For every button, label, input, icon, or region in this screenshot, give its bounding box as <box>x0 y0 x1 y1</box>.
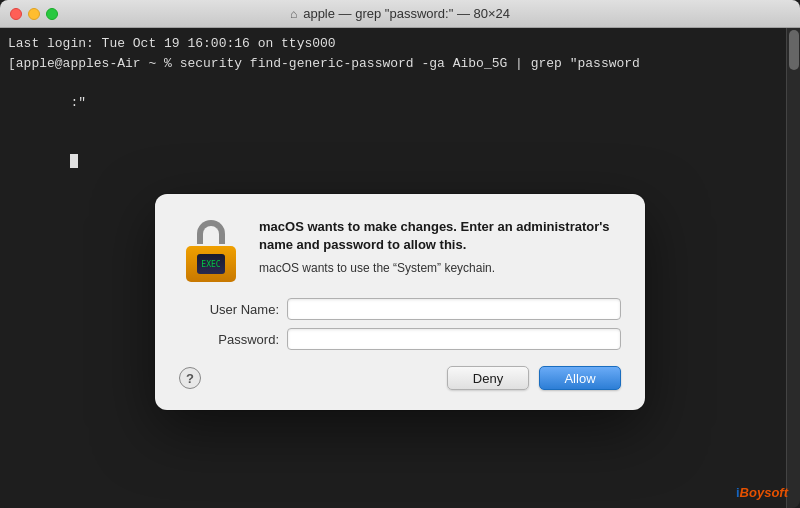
password-input[interactable] <box>287 328 621 350</box>
minimize-button[interactable] <box>28 8 40 20</box>
dialog-overlay: EXEC macOS wants to make changes. Enter … <box>0 28 800 508</box>
allow-button[interactable]: Allow <box>539 366 621 390</box>
username-row: User Name: <box>179 298 621 320</box>
window-title: ⌂ apple — grep "password:" — 80×24 <box>290 6 510 21</box>
dialog-text: macOS wants to make changes. Enter an ad… <box>259 218 621 277</box>
app-window: ⌂ apple — grep "password:" — 80×24 Last … <box>0 0 800 508</box>
lock-shackle <box>197 220 225 244</box>
password-label: Password: <box>179 332 279 347</box>
dialog-header: EXEC macOS wants to make changes. Enter … <box>179 218 621 282</box>
lock-body: EXEC <box>186 246 236 282</box>
lock-icon: EXEC <box>179 218 243 282</box>
maximize-button[interactable] <box>46 8 58 20</box>
home-icon: ⌂ <box>290 7 297 21</box>
help-button[interactable]: ? <box>179 367 201 389</box>
traffic-lights <box>10 8 58 20</box>
terminal-area: Last login: Tue Oct 19 16:00:16 on ttys0… <box>0 28 800 508</box>
lock-screen: EXEC <box>197 254 225 274</box>
username-input[interactable] <box>287 298 621 320</box>
auth-form: User Name: Password: <box>179 298 621 350</box>
password-row: Password: <box>179 328 621 350</box>
close-button[interactable] <box>10 8 22 20</box>
watermark-suffix: Boysoft <box>740 485 788 500</box>
window-title-text: apple — grep "password:" — 80×24 <box>303 6 510 21</box>
deny-button[interactable]: Deny <box>447 366 529 390</box>
username-label: User Name: <box>179 302 279 317</box>
dialog-title: macOS wants to make changes. Enter an ad… <box>259 218 621 254</box>
title-bar: ⌂ apple — grep "password:" — 80×24 <box>0 0 800 28</box>
action-buttons: Deny Allow <box>447 366 621 390</box>
auth-dialog: EXEC macOS wants to make changes. Enter … <box>155 194 645 410</box>
watermark: iBoysoft <box>736 485 788 500</box>
dialog-buttons: ? Deny Allow <box>179 366 621 390</box>
dialog-subtitle: macOS wants to use the “System” keychain… <box>259 260 621 277</box>
